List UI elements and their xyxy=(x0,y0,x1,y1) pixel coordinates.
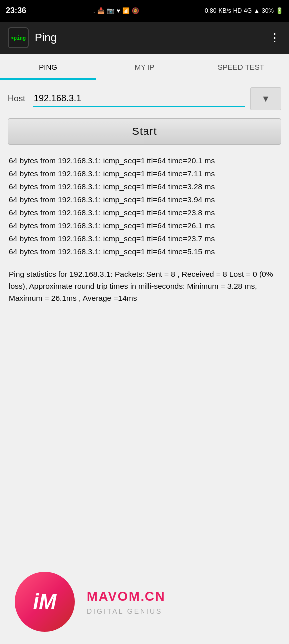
speed-indicator: 0.80 xyxy=(205,7,216,14)
ping-line: 64 bytes from 192.168.3.1: icmp_seq=1 tt… xyxy=(9,233,280,245)
main-content: PING MY IP SPEED TEST Host ▼ Start 64 by… xyxy=(0,54,289,644)
status-icons: ↓ 📥 📷 ♥ 📶 🔕 xyxy=(92,7,139,14)
hd-badge: HD xyxy=(233,7,242,14)
ping-line: 64 bytes from 192.168.3.1: icmp_seq=1 tt… xyxy=(9,220,280,232)
download-icon: ↓ xyxy=(92,7,95,14)
tab-my-ip[interactable]: MY IP xyxy=(96,54,192,80)
overflow-menu-button[interactable]: ⋮ xyxy=(269,31,281,44)
title-bar: >ping Ping ⋮ xyxy=(0,22,289,54)
ping-line: 64 bytes from 192.168.3.1: icmp_seq=1 tt… xyxy=(9,194,280,206)
host-input[interactable] xyxy=(33,91,245,107)
tab-speed-test[interactable]: SPEED TEST xyxy=(193,54,289,80)
host-dropdown-button[interactable]: ▼ xyxy=(250,87,281,110)
ping-statistics: Ping statistics for 192.168.3.1: Packets… xyxy=(0,268,289,304)
start-button-wrapper: Start xyxy=(0,115,289,151)
start-button[interactable]: Start xyxy=(8,118,281,145)
brand-name: MAVOM.CN xyxy=(87,589,166,604)
signal-icon: 📶 xyxy=(122,7,130,14)
host-label: Host xyxy=(8,94,28,104)
chevron-down-icon: ▼ xyxy=(261,94,270,104)
title-left: >ping Ping xyxy=(8,27,57,48)
heart-icon: ♥ xyxy=(116,7,120,14)
status-right: 0.80 KB/s HD 4G ▲ 30% 🔋 xyxy=(205,7,283,14)
ping-line: 64 bytes from 192.168.3.1: icmp_seq=1 tt… xyxy=(9,246,280,258)
ping-line: 64 bytes from 192.168.3.1: icmp_seq=1 tt… xyxy=(9,181,280,193)
status-bar: 23:36 ↓ 📥 📷 ♥ 📶 🔕 0.80 KB/s HD 4G ▲ 30% … xyxy=(0,0,289,22)
app-icon: >ping xyxy=(8,27,29,48)
tab-bar: PING MY IP SPEED TEST xyxy=(0,54,289,80)
ping-line: 64 bytes from 192.168.3.1: icmp_seq=1 tt… xyxy=(9,155,280,167)
notification-icon: 📥 xyxy=(97,7,105,14)
speed-unit: KB/s xyxy=(218,7,231,14)
battery-icon: 🔋 xyxy=(276,7,283,14)
status-time: 23:36 xyxy=(6,6,26,15)
footer-branding: iM MAVOM.CN DIGITAL GENIUS xyxy=(0,559,289,644)
brand-logo: iM xyxy=(15,572,75,632)
wifi-icon: ▲ xyxy=(254,7,260,14)
camera-icon: 📷 xyxy=(107,7,114,14)
host-row: Host ▼ xyxy=(0,80,289,115)
network-4g: 4G xyxy=(244,7,252,14)
tab-ping[interactable]: PING xyxy=(0,54,96,80)
battery-percent: 30% xyxy=(262,7,274,14)
brand-text: MAVOM.CN DIGITAL GENIUS xyxy=(87,589,166,615)
brand-tagline: DIGITAL GENIUS xyxy=(87,607,166,615)
ping-output: 64 bytes from 192.168.3.1: icmp_seq=1 tt… xyxy=(0,151,289,262)
ping-line: 64 bytes from 192.168.3.1: icmp_seq=1 tt… xyxy=(9,207,280,219)
ping-line: 64 bytes from 192.168.3.1: icmp_seq=1 tt… xyxy=(9,168,280,180)
mute-icon: 🔕 xyxy=(132,7,139,14)
app-title: Ping xyxy=(35,31,57,44)
